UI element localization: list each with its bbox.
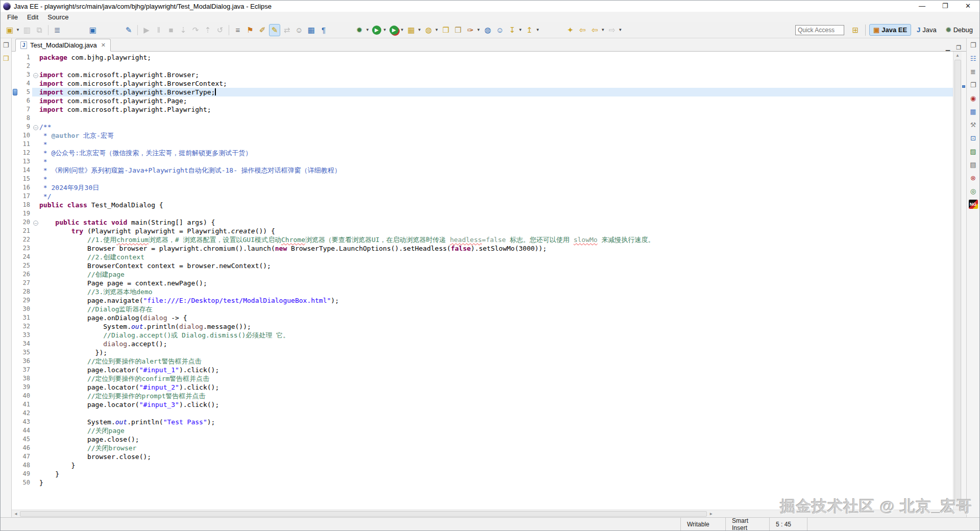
code-line-4[interactable]: 4import com.microsoft.playwright.Browser… bbox=[12, 79, 953, 88]
line-number[interactable]: 12 bbox=[19, 149, 32, 157]
line-number[interactable]: 35 bbox=[19, 348, 32, 357]
code-text[interactable]: * @author 北京-宏哥 bbox=[39, 131, 953, 140]
line-number[interactable]: 49 bbox=[19, 470, 32, 478]
code-text[interactable]: * bbox=[39, 175, 953, 183]
close-button[interactable]: ✕ bbox=[957, 1, 979, 12]
code-line-10[interactable]: 10 * @author 北京-宏哥 bbox=[12, 131, 953, 140]
step-return-icon[interactable]: ⇡ bbox=[202, 24, 213, 36]
web-browser-icon[interactable]: ◍ bbox=[482, 24, 493, 36]
new-other-icon[interactable]: ✦ bbox=[565, 24, 576, 36]
restore-button[interactable]: ❐ bbox=[934, 1, 957, 12]
line-number[interactable]: 26 bbox=[19, 270, 32, 279]
properties-icon[interactable]: ▤ bbox=[969, 160, 978, 169]
green-nodes-icon[interactable]: ◎ bbox=[969, 186, 978, 196]
code-text[interactable]: * bbox=[39, 157, 953, 166]
code-text[interactable]: //关闭browser bbox=[39, 444, 953, 452]
link-with-editor-icon[interactable]: ⇄ bbox=[281, 24, 292, 36]
code-line-25[interactable]: 25 BrowserContext context = browser.newC… bbox=[12, 261, 953, 270]
export-dropdown-icon[interactable]: ▼ bbox=[535, 28, 540, 32]
code-text[interactable]: } bbox=[39, 461, 953, 470]
line-number[interactable]: 23 bbox=[19, 244, 32, 253]
annotation-pencil-icon[interactable]: ✎ bbox=[123, 24, 134, 36]
open-perspective-button[interactable]: ⊞ bbox=[850, 24, 861, 36]
tasks-page-icon[interactable]: ≣ bbox=[52, 24, 63, 36]
open-folder-icon[interactable]: ❒ bbox=[440, 24, 452, 36]
line-number[interactable]: 38 bbox=[19, 374, 32, 383]
line-number[interactable]: 39 bbox=[19, 383, 32, 392]
code-text[interactable]: //关闭page bbox=[39, 426, 953, 435]
forward-icon[interactable]: ⇨ bbox=[606, 24, 618, 36]
team-user-icon[interactable]: ☺ bbox=[293, 24, 305, 36]
scroll-right-icon[interactable]: ► bbox=[707, 512, 715, 516]
line-number[interactable]: 20 bbox=[19, 218, 32, 227]
line-number[interactable]: 36 bbox=[19, 357, 32, 366]
code-text[interactable]: //2.创建context bbox=[39, 253, 953, 261]
line-number[interactable]: 47 bbox=[19, 452, 32, 461]
code-text[interactable]: } bbox=[39, 478, 953, 487]
minimize-button[interactable]: — bbox=[911, 1, 934, 12]
code-text[interactable]: */ bbox=[39, 192, 953, 201]
code-text[interactable]: * @公众号:北京宏哥（微信搜索，关注宏哥，提前解锁更多测试干货） bbox=[39, 149, 953, 157]
new-icon[interactable]: ▣ bbox=[4, 24, 15, 36]
quick-access-input[interactable] bbox=[795, 25, 844, 35]
code-text[interactable]: page.close(); bbox=[39, 435, 953, 444]
import-dropdown-icon[interactable]: ▼ bbox=[518, 28, 522, 32]
suspend-icon[interactable]: ‖ bbox=[153, 24, 164, 36]
coverage-icon[interactable]: ▶ bbox=[389, 26, 399, 35]
code-text[interactable]: System.out.println(dialog.message()); bbox=[39, 322, 953, 331]
code-text[interactable]: browser.close(); bbox=[39, 452, 953, 461]
code-line-42[interactable]: 42 bbox=[12, 409, 953, 418]
line-number[interactable]: 44 bbox=[19, 426, 32, 435]
code-text[interactable]: BrowserContext context = browser.newCont… bbox=[39, 261, 953, 270]
code-line-15[interactable]: 15 * bbox=[12, 175, 953, 183]
code-line-37[interactable]: 37 page.locator("#input_1").click(); bbox=[12, 366, 953, 374]
line-number[interactable]: 28 bbox=[19, 287, 32, 296]
code-text[interactable]: Page page = context.newPage(); bbox=[39, 279, 953, 287]
code-line-50[interactable]: 50} bbox=[12, 478, 953, 487]
outline-icon[interactable]: ☷ bbox=[969, 54, 978, 63]
line-number[interactable]: 42 bbox=[19, 409, 32, 418]
code-line-30[interactable]: 30 //Dialog监听器存在 bbox=[12, 305, 953, 313]
code-line-20[interactable]: 20– public static void main(String[] arg… bbox=[12, 218, 953, 227]
line-number[interactable]: 48 bbox=[19, 461, 32, 470]
code-line-35[interactable]: 35 }); bbox=[12, 348, 953, 357]
perspective-debug[interactable]: ✹Debug bbox=[942, 25, 976, 35]
code-text[interactable]: public static void main(String[] args) { bbox=[39, 218, 953, 227]
line-number[interactable]: 40 bbox=[19, 392, 32, 400]
line-number[interactable]: 7 bbox=[19, 105, 32, 114]
table-view-icon[interactable]: ▦ bbox=[306, 24, 317, 36]
restore-view-icon[interactable]: ❐ bbox=[2, 40, 11, 50]
code-line-45[interactable]: 45 page.close(); bbox=[12, 435, 953, 444]
code-line-39[interactable]: 39 page.locator("#input_2").click(); bbox=[12, 383, 953, 392]
code-line-6[interactable]: 6import com.microsoft.playwright.Page; bbox=[12, 96, 953, 105]
code-text[interactable]: package com.bjhg.playwright; bbox=[39, 53, 953, 62]
problems-icon[interactable]: ⊗ bbox=[969, 173, 978, 182]
skip-breakpoints-icon[interactable]: ⚑ bbox=[244, 24, 256, 36]
line-number[interactable]: 11 bbox=[19, 140, 32, 149]
debug-dropdown-icon[interactable]: ▼ bbox=[365, 28, 370, 32]
line-number[interactable]: 50 bbox=[19, 478, 32, 487]
code-line-13[interactable]: 13 * bbox=[12, 157, 953, 166]
forward-dropdown-icon[interactable]: ▼ bbox=[618, 28, 622, 32]
collapse-icon[interactable]: – bbox=[33, 125, 38, 130]
user-web-icon[interactable]: ☺ bbox=[494, 24, 505, 36]
new-server-toolbox-dropdown-icon[interactable]: ▼ bbox=[418, 28, 422, 32]
code-text[interactable] bbox=[39, 114, 953, 123]
code-text[interactable]: //定位到要操作的prompt警告框并点击 bbox=[39, 392, 953, 400]
line-number[interactable]: 4 bbox=[19, 79, 32, 88]
data-source-explorer-icon[interactable]: ▦ bbox=[969, 107, 978, 116]
code-text[interactable]: //3.浏览器本地demo bbox=[39, 287, 953, 296]
code-line-38[interactable]: 38 //定位到要操作的confirm警告框并点击 bbox=[12, 374, 953, 383]
code-line-48[interactable]: 48 } bbox=[12, 461, 953, 470]
code-text[interactable]: page.locator("#input_2").click(); bbox=[39, 383, 953, 392]
testng-icon[interactable]: NG bbox=[969, 200, 978, 209]
code-text[interactable]: * bbox=[39, 140, 953, 149]
line-number[interactable]: 8 bbox=[19, 114, 32, 123]
line-number[interactable]: 16 bbox=[19, 183, 32, 192]
import-icon[interactable]: ↧ bbox=[506, 24, 518, 36]
code-line-1[interactable]: 1package com.bjhg.playwright; bbox=[12, 53, 953, 62]
web-service-dropdown-icon[interactable]: ▼ bbox=[435, 28, 439, 32]
code-line-23[interactable]: 23 Browser browser = playwright.chromium… bbox=[12, 244, 953, 253]
drop-to-frame-icon[interactable]: ↺ bbox=[214, 24, 226, 36]
code-line-41[interactable]: 41 page.locator("#input_3").click(); bbox=[12, 400, 953, 409]
